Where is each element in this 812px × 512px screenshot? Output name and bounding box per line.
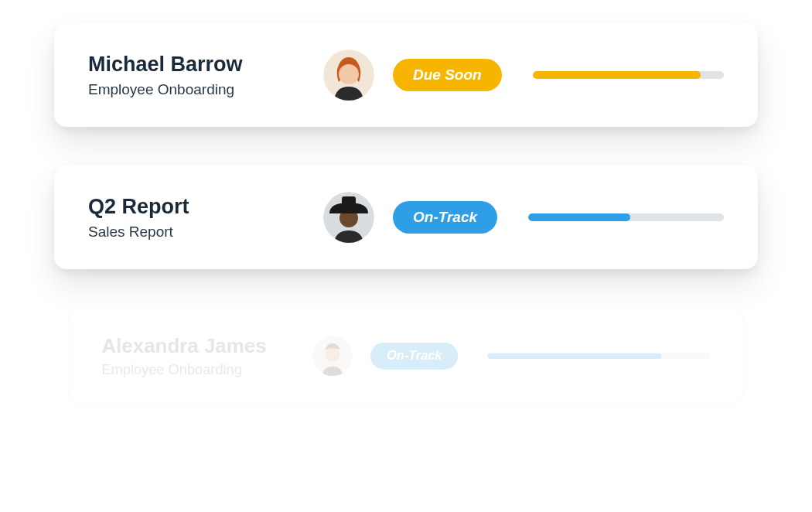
card-text: Michael Barrow Employee Onboarding	[88, 52, 305, 98]
task-card[interactable]: Q2 Report Sales Report On-Track	[54, 166, 758, 269]
avatar	[323, 49, 374, 101]
progress-fill	[488, 353, 661, 360]
svg-point-6	[326, 347, 340, 362]
svg-point-1	[339, 64, 359, 84]
svg-rect-4	[342, 196, 356, 207]
progress-bar	[488, 353, 711, 360]
status-badge: On-Track	[370, 343, 459, 370]
progress-fill	[528, 213, 630, 221]
status-badge: Due Soon	[393, 59, 502, 91]
task-card[interactable]: Michael Barrow Employee Onboarding Due S…	[54, 23, 758, 127]
avatar	[312, 336, 353, 377]
card-text: Alexandra James Employee Onboarding	[101, 334, 295, 379]
avatar-icon	[323, 49, 374, 101]
card-subtitle: Sales Report	[88, 224, 305, 241]
avatar	[323, 192, 374, 243]
task-card[interactable]: Alexandra James Employee Onboarding On-T…	[68, 308, 744, 404]
card-title: Q2 Report	[88, 194, 305, 219]
progress-bar	[528, 213, 724, 221]
avatar-icon	[323, 192, 374, 243]
card-subtitle: Employee Onboarding	[101, 362, 295, 378]
progress-bar	[533, 71, 724, 79]
progress-fill	[533, 71, 701, 79]
status-badge: On-Track	[393, 201, 497, 234]
avatar-icon	[312, 336, 353, 377]
card-subtitle: Employee Onboarding	[88, 81, 305, 98]
card-title: Alexandra James	[101, 334, 295, 358]
card-title: Michael Barrow	[88, 52, 305, 77]
card-text: Q2 Report Sales Report	[88, 194, 305, 241]
